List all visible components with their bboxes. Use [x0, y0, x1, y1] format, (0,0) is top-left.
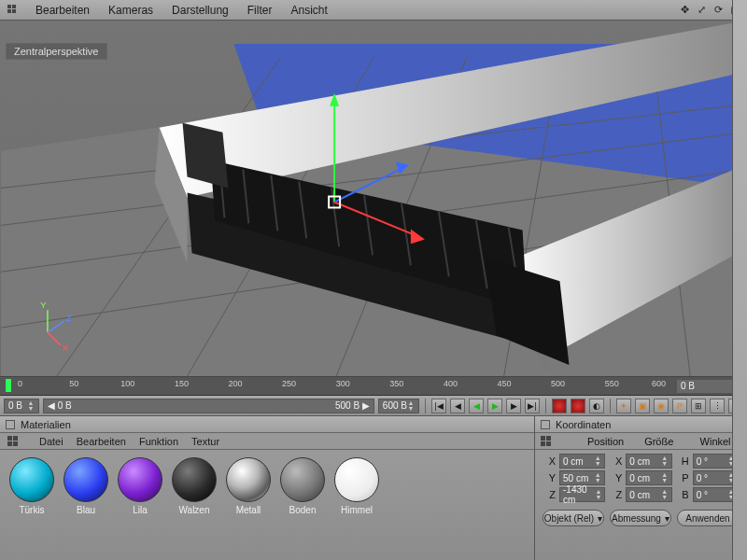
key-rot-icon[interactable]: ◉ [654, 399, 669, 413]
play-back-button[interactable]: ◀ [469, 399, 484, 413]
panel-toggle-icon[interactable] [541, 420, 550, 429]
panel-icon [6, 434, 21, 449]
material-label: Blau [62, 505, 110, 515]
timeline-playhead[interactable] [6, 379, 11, 392]
material-preview-icon [118, 457, 162, 502]
stepper-icon[interactable]: ▲▼ [661, 455, 669, 467]
app-icon [6, 3, 21, 18]
axis-label: Z [543, 489, 556, 500]
material-item[interactable]: Blau [62, 457, 110, 515]
step-forward-button[interactable]: ▶ [506, 399, 521, 413]
material-preview-icon [226, 457, 271, 502]
material-preview-icon [63, 457, 108, 502]
material-label: Lila [116, 505, 164, 515]
material-item[interactable]: Boden [278, 457, 327, 515]
autokey-button[interactable] [571, 399, 585, 413]
svg-rect-55 [13, 436, 18, 441]
menu-ansicht[interactable]: Ansicht [281, 4, 336, 17]
key-scale-icon[interactable]: ▣ [635, 399, 650, 413]
menu-bearbeiten[interactable]: Bearbeiten [26, 4, 99, 17]
axis-label: B [676, 489, 689, 500]
material-label: Metall [224, 505, 273, 515]
size-input[interactable]: 0 cm▲▼ [626, 487, 671, 502]
nav-zoom-icon[interactable]: ⤢ [695, 4, 708, 17]
nav-orbit-icon[interactable]: ⟳ [712, 4, 725, 17]
apply-button[interactable]: Anwenden [677, 510, 739, 526]
viewport-label: Zentralperspektive [6, 43, 107, 60]
keyframe-options-icon[interactable]: ◐ [589, 399, 604, 413]
chevron-down-icon: ▾ [665, 513, 669, 524]
key-all-icon[interactable]: ⊞ [691, 399, 706, 413]
object-mode-dropdown[interactable]: Objekt (Rel)▾ [543, 510, 604, 526]
menu-kameras[interactable]: Kameras [99, 4, 162, 17]
viewport[interactable]: Zentralperspektive [0, 21, 747, 377]
material-label: Türkis [7, 505, 56, 515]
stepper-icon[interactable]: ▲▼ [594, 455, 601, 467]
range-start-field[interactable]: 0 B▲▼ [4, 399, 39, 413]
svg-text:X: X [63, 343, 69, 353]
svg-rect-59 [546, 436, 551, 441]
materials-menu-funktion[interactable]: Funktion [139, 436, 178, 447]
position-input[interactable]: 0 cm▲▼ [559, 454, 605, 469]
axis-label: X [609, 455, 622, 467]
timeline-ruler[interactable]: 0 50 100 150 200 250 300 350 400 450 500… [0, 377, 747, 396]
axis-label: H [676, 455, 689, 467]
material-label: Walzen [170, 505, 218, 515]
coord-head-angle: Winkel [700, 436, 735, 447]
svg-rect-60 [541, 441, 545, 446]
size-input[interactable]: 0 cm▲▼ [626, 454, 671, 469]
material-item[interactable]: Himmel [332, 457, 381, 515]
material-item[interactable]: Metall [224, 457, 273, 515]
size-input[interactable]: 0 cm▲▼ [626, 470, 671, 485]
record-button[interactable] [552, 399, 567, 413]
material-item[interactable]: Lila [116, 457, 164, 515]
range-slider[interactable]: ◀ 0 B500 B ▶ [43, 399, 374, 413]
stepper-icon[interactable]: ▲▼ [661, 489, 669, 500]
svg-rect-61 [546, 441, 551, 446]
goto-end-button[interactable]: ▶| [525, 399, 540, 413]
right-dock-strip[interactable] [732, 0, 747, 560]
transport-bar: 0 B▲▼ ◀ 0 B500 B ▶ 600 B▲▼ |◀ ◀ ◀ ▶ ▶ ▶|… [0, 396, 747, 416]
material-preview-icon [9, 457, 54, 502]
material-item[interactable]: Walzen [170, 457, 218, 515]
dimension-mode-dropdown[interactable]: Abmessung▾ [610, 510, 671, 526]
material-preview-icon [172, 457, 217, 502]
material-item[interactable]: Türkis [7, 457, 56, 515]
key-param-icon[interactable]: P [672, 399, 687, 413]
svg-rect-3 [12, 9, 16, 13]
materials-menu-textur[interactable]: Textur [191, 436, 219, 447]
material-preview-icon [280, 457, 325, 502]
svg-rect-58 [541, 436, 545, 441]
panel-toggle-icon[interactable] [6, 420, 15, 429]
stepper-icon[interactable]: ▲▼ [595, 489, 601, 500]
viewport-scene: Y Z X [0, 21, 747, 376]
stepper-icon[interactable]: ▲▼ [594, 472, 601, 483]
range-end-field[interactable]: 600 B▲▼ [378, 399, 419, 413]
materials-panel: Materialien Datei Bearbeiten Funktion Te… [0, 416, 535, 560]
materials-list: TürkisBlauLilaWalzenMetallBodenHimmel [0, 450, 534, 523]
materials-menu-datei[interactable]: Datei [39, 436, 63, 447]
position-input[interactable]: 50 cm▲▼ [559, 470, 605, 485]
svg-text:Y: Y [40, 300, 47, 310]
menu-filter[interactable]: Filter [238, 4, 282, 17]
material-label: Boden [278, 505, 327, 515]
svg-rect-1 [12, 5, 16, 8]
goto-start-button[interactable]: |◀ [431, 399, 446, 413]
axis-label: Y [609, 472, 622, 483]
svg-text:Z: Z [66, 313, 72, 323]
viewport-menubar: Bearbeiten Kameras Darstellung Filter An… [0, 0, 747, 21]
materials-menu-bearbeiten[interactable]: Bearbeiten [77, 436, 126, 447]
nav-move-icon[interactable]: ✥ [678, 4, 691, 17]
axis-label: Y [543, 472, 556, 483]
coord-head-size: Größe [644, 436, 679, 447]
step-back-button[interactable]: ◀ [450, 399, 465, 413]
position-input[interactable]: -1430 cm▲▼ [559, 487, 605, 502]
play-forward-button[interactable]: ▶ [487, 399, 502, 413]
stepper-icon[interactable]: ▲▼ [661, 472, 669, 483]
axis-label: Z [609, 489, 622, 500]
key-pos-icon[interactable]: ✦ [616, 399, 631, 413]
coordinates-panel: Koordinaten Position Größe Winkel X0 cm▲… [535, 416, 747, 560]
materials-title: Materialien [21, 419, 71, 430]
menu-darstellung[interactable]: Darstellung [162, 4, 238, 17]
key-sel-icon[interactable]: ⋮ [710, 399, 725, 413]
